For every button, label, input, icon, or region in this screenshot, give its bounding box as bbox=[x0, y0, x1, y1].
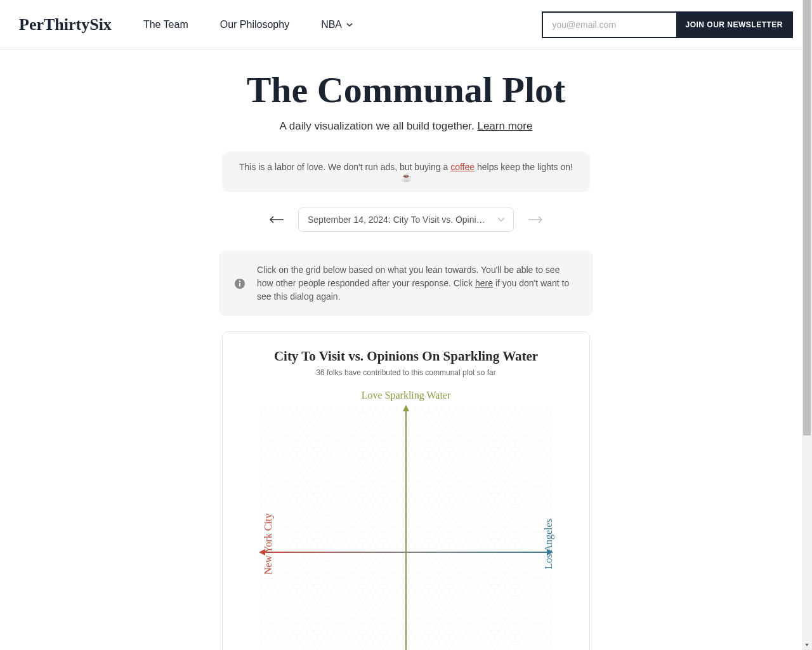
horizontal-axis bbox=[260, 552, 552, 553]
info-text: Click on the grid below based on what yo… bbox=[257, 263, 578, 303]
svg-point-1 bbox=[239, 280, 240, 281]
chart-container: City To Visit vs. Opinions On Sparkling … bbox=[222, 331, 590, 650]
date-navigation: September 14, 2024: City To Visit vs. Op… bbox=[121, 208, 691, 232]
support-banner: This is a labor of love. We don't run ad… bbox=[222, 152, 590, 192]
support-prefix: This is a labor of love. We don't run ad… bbox=[239, 162, 450, 172]
learn-more-link[interactable]: Learn more bbox=[477, 120, 532, 132]
next-date-button[interactable] bbox=[525, 213, 546, 227]
arrow-right-icon bbox=[528, 215, 543, 224]
page-title: The Communal Plot bbox=[121, 69, 691, 111]
site-header: PerThirtySix The Team Our Philosophy NBA… bbox=[0, 0, 812, 50]
vertical-axis bbox=[405, 406, 407, 650]
site-logo[interactable]: PerThirtySix bbox=[19, 15, 112, 34]
nav-nba[interactable]: NBA bbox=[321, 19, 353, 30]
info-dismiss-link[interactable]: here bbox=[475, 278, 493, 288]
subtitle-prefix: A daily visualization we all build toget… bbox=[280, 120, 478, 132]
nav-philosophy[interactable]: Our Philosophy bbox=[220, 19, 289, 30]
prev-date-button[interactable] bbox=[266, 213, 287, 227]
main-nav: The Team Our Philosophy NBA bbox=[143, 19, 542, 30]
chart-subtitle: 36 folks have contributed to this commun… bbox=[242, 368, 570, 377]
chevron-down-icon bbox=[497, 215, 506, 224]
coffee-link[interactable]: coffee bbox=[450, 162, 475, 172]
chevron-down-icon bbox=[346, 21, 353, 29]
newsletter-join-button[interactable]: JOIN OUR NEWSLETTER bbox=[676, 13, 792, 37]
triangle-down-icon bbox=[804, 642, 809, 647]
date-selector[interactable]: September 14, 2024: City To Visit vs. Op… bbox=[298, 208, 514, 232]
y-axis-top-label: Love Sparkling Water bbox=[242, 390, 570, 401]
svg-rect-2 bbox=[239, 282, 240, 286]
page-subtitle: A daily visualization we all build toget… bbox=[121, 120, 691, 133]
scrollbar[interactable] bbox=[802, 0, 812, 650]
scrollbar-thumb[interactable] bbox=[803, 0, 811, 435]
newsletter-form: JOIN OUR NEWSLETTER bbox=[542, 11, 793, 38]
main-content: The Communal Plot A daily visualization … bbox=[121, 50, 691, 650]
date-selector-text: September 14, 2024: City To Visit vs. Op… bbox=[308, 215, 488, 225]
chart-area: Love Sparkling Water New York City Los A… bbox=[242, 390, 570, 650]
nav-team[interactable]: The Team bbox=[143, 19, 188, 30]
plot-grid[interactable] bbox=[260, 406, 552, 650]
newsletter-email-input[interactable] bbox=[543, 13, 676, 37]
info-banner: Click on the grid below based on what yo… bbox=[219, 251, 593, 316]
info-icon bbox=[234, 278, 246, 289]
arrow-left-icon bbox=[269, 215, 284, 224]
nav-nba-label: NBA bbox=[321, 19, 342, 30]
scrollbar-down-arrow[interactable] bbox=[802, 640, 812, 650]
chart-title: City To Visit vs. Opinions On Sparkling … bbox=[242, 348, 570, 364]
